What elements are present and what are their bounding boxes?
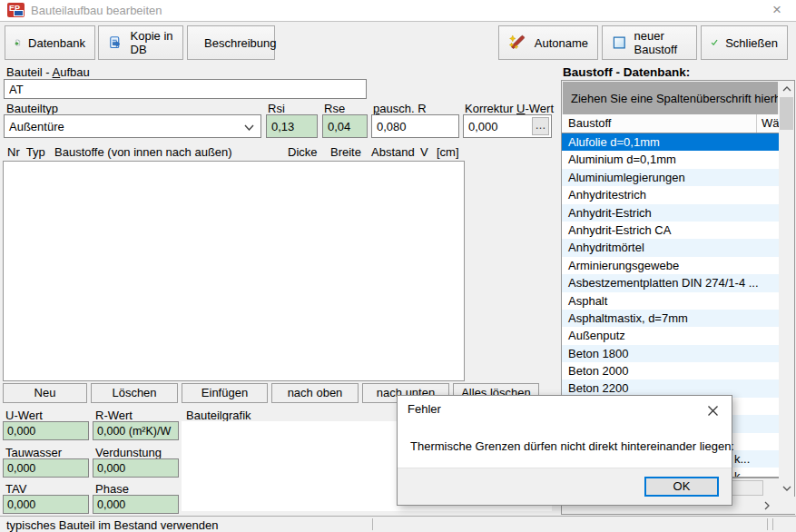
bauteilgrafik-label: Bauteilgrafik <box>186 409 251 422</box>
db-col-baustoff[interactable]: Baustoff <box>568 116 611 130</box>
new-material-icon <box>612 32 627 54</box>
u-wert-label: U-Wert <box>5 409 43 422</box>
nach-oben-button[interactable]: nach oben <box>271 383 359 403</box>
phase-field: 0,000 <box>93 495 179 514</box>
ok-button[interactable]: OK <box>644 477 719 497</box>
material-row[interactable]: Beton 1800 <box>562 345 779 362</box>
r-wert-label: R-Wert <box>95 409 133 422</box>
einfuegen-button[interactable]: Einfügen <box>182 383 268 403</box>
schliessen-label: Schließen <box>725 36 778 50</box>
scroll-right-icon[interactable] <box>758 498 776 512</box>
db-col-divider[interactable] <box>756 114 757 133</box>
material-row[interactable]: Anhydrit-Estrich CA <box>562 222 779 239</box>
col-nr-typ: Nr Typ <box>7 145 45 159</box>
material-row[interactable]: Anhydritmörtel <box>562 239 779 256</box>
rsi-field[interactable]: 0,13 <box>266 114 318 138</box>
error-dialog-close-icon[interactable] <box>705 403 720 418</box>
material-row[interactable]: Asphaltmastix, d=7mm <box>562 310 779 327</box>
window-title: Bauteilaufbau bearbeiten <box>31 4 162 17</box>
tav-label: TAV <box>5 482 26 496</box>
status-divider <box>372 518 373 530</box>
kopie-in-db-label: Kopie in DB <box>131 29 173 56</box>
korrektur-u-wert-field[interactable]: 0,000 … <box>463 114 552 138</box>
datenbank-label: Datenbank <box>28 36 85 50</box>
kopie-in-db-button[interactable]: Kopie in DB <box>98 25 183 60</box>
neuer-baustoff-label: neuer Baustoff <box>634 29 687 56</box>
neu-button[interactable]: Neu <box>3 383 87 403</box>
db-col-waerme[interactable]: Wär <box>762 116 779 130</box>
material-row[interactable]: Beton 2000 <box>562 362 779 379</box>
status-divider <box>772 518 773 530</box>
bauteiltyp-label: Bauteiltyp <box>6 102 58 115</box>
material-row[interactable]: Außenputz <box>562 327 779 344</box>
bauteiltyp-select[interactable]: Außentüre <box>4 114 261 138</box>
verdunstung-field: 0,000 <box>93 458 179 478</box>
col-abstand: Abstand <box>371 145 415 159</box>
korrektur-u-wert-label: Korrektur U-Wert <box>465 102 554 115</box>
schliessen-button[interactable]: Schließen <box>701 25 788 60</box>
database-doc-icon <box>15 32 21 54</box>
status-text: typisches Bauteil im Bestand verwenden <box>6 518 218 532</box>
autoname-label: Autoname <box>535 36 588 50</box>
db-group-band[interactable]: Ziehen Sie eine Spaltenüberschrift hierh… <box>563 82 778 114</box>
datenbank-button[interactable]: Datenbank <box>5 25 95 60</box>
material-row[interactable]: Arminierungsgewebe <box>562 257 779 274</box>
chevron-down-icon <box>244 124 254 131</box>
error-dialog-title: Fehler <box>408 402 441 416</box>
r-wert-field: 0,000 (m²K)/W <box>93 421 179 440</box>
material-row[interactable]: Asphalt <box>562 292 779 310</box>
phase-label: Phase <box>95 482 129 496</box>
rsi-label: Rsi <box>268 102 285 115</box>
col-unit: [cm] <box>437 145 459 159</box>
col-baustoffe: Baustoffe (von innen nach außen) <box>54 145 232 159</box>
col-v: V <box>420 145 428 159</box>
aufbau-input[interactable] <box>4 79 367 99</box>
u-wert-field: 0,000 <box>3 421 89 440</box>
db-vertical-scrollbar[interactable] <box>779 81 794 496</box>
material-row[interactable]: Anhydritestrich <box>562 186 779 203</box>
green-check-icon <box>711 32 718 54</box>
scroll-down-icon[interactable] <box>779 480 794 496</box>
rse-label: Rse <box>324 102 345 115</box>
title-bar: EP Bauteilaufbau bearbeiten × <box>0 0 796 22</box>
status-bar: typisches Bauteil im Bestand verwenden <box>0 516 796 532</box>
bauteiltyp-value: Außentüre <box>9 120 64 133</box>
beschreibung-label: Beschreibung <box>204 36 277 50</box>
tauwasser-label: Tauwasser <box>5 446 62 459</box>
db-panel-title: Baustoff - Datenbank: <box>563 65 690 79</box>
neuer-baustoff-button[interactable]: neuer Baustoff <box>602 25 697 60</box>
col-breite: Breite <box>330 145 361 159</box>
copy-doc-icon <box>108 32 123 54</box>
col-dicke: Dicke <box>288 145 318 159</box>
layers-table[interactable] <box>3 161 465 381</box>
app-logo-icon: EP <box>7 3 25 17</box>
error-message: Thermische Grenzen dürfen nicht direkt h… <box>410 439 734 453</box>
window-close-icon[interactable]: × <box>767 1 787 19</box>
beschreibung-button[interactable]: Beschreibung <box>187 25 275 60</box>
material-row[interactable]: Asbestzementplatten DIN 274/1-4 ... <box>562 274 779 291</box>
status-divider <box>767 518 768 530</box>
rse-field[interactable]: 0,04 <box>322 114 368 138</box>
db-column-header[interactable]: Baustoff Wär <box>562 114 779 133</box>
tauwasser-field: 0,000 <box>3 458 89 478</box>
pausch-r-field[interactable]: 0,080 <box>371 114 459 138</box>
material-row[interactable]: Aluminiumlegierungen <box>562 169 779 186</box>
loeschen-button[interactable]: Löschen <box>91 383 178 403</box>
db-scroll-thumb[interactable] <box>780 97 793 130</box>
pausch-r-label: pausch. R <box>373 102 427 115</box>
tav-field: 0,000 <box>3 495 89 514</box>
error-dialog-footer: OK <box>398 468 732 505</box>
error-dialog: Fehler Thermische Grenzen dürfen nicht d… <box>397 395 732 506</box>
material-row[interactable]: Aluminium d=0,1mm <box>562 151 779 168</box>
korrektur-more-button[interactable]: … <box>532 117 549 135</box>
material-row[interactable]: Anhydrit-Estrich <box>562 204 779 222</box>
magic-wand-icon <box>508 31 527 54</box>
bauteilaufbau-window: EP Bauteilaufbau bearbeiten × Datenbank … <box>0 0 796 532</box>
scroll-up-icon[interactable] <box>779 81 794 96</box>
material-row[interactable]: Alufolie d=0,1mm <box>562 133 779 151</box>
aufbau-label: Bauteil - Aufbau <box>6 65 90 79</box>
autoname-button[interactable]: Autoname <box>498 25 598 60</box>
verdunstung-label: Verdunstung <box>95 446 162 459</box>
